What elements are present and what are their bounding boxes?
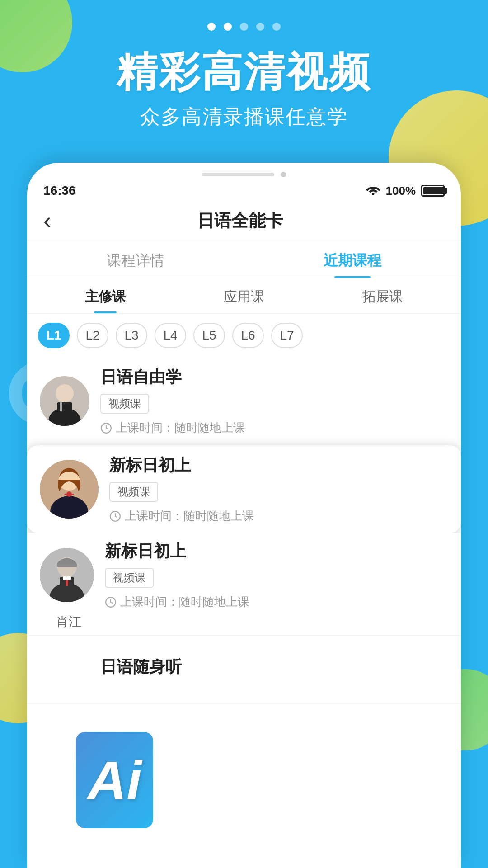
level-pill-l3[interactable]: L3 — [116, 323, 147, 348]
teacher-name-3: 肖江 — [40, 610, 81, 631]
course-item-4[interactable]: 日语随身听 — [27, 636, 461, 704]
header-section: 精彩高清视频 众多高清录播课任意学 — [0, 50, 488, 130]
back-button[interactable]: ‹ — [43, 207, 51, 234]
sub-title: 众多高清录播课任意学 — [0, 104, 488, 130]
svg-rect-17 — [63, 576, 67, 580]
svg-rect-18 — [67, 576, 71, 580]
nav-title: 日语全能卡 — [51, 209, 428, 232]
status-bar: 16:36 100% — [27, 179, 461, 201]
svg-point-2 — [56, 384, 74, 402]
nav-bar: ‹ 日语全能卡 — [27, 201, 461, 241]
pagination-dots — [0, 23, 488, 31]
level-pill-l2[interactable]: L2 — [77, 323, 108, 348]
phone-camera — [281, 172, 286, 177]
dot-2[interactable] — [224, 23, 232, 31]
sub-tab-extended[interactable]: 拓展课 — [313, 278, 452, 313]
level-pill-l5[interactable]: L5 — [193, 323, 225, 348]
course-name-3: 新标日初上 — [105, 540, 448, 562]
course-info-2: 新标日初上 视频课 上课时间：随时随地上课 — [109, 454, 448, 524]
main-title: 精彩高清视频 — [0, 50, 488, 94]
course-item-3[interactable]: 新标日初上 视频课 上课时间：随时随地上课 肖江 — [27, 533, 461, 636]
course-item-1[interactable]: 日语自由学 视频课 上课时间：随时随地上课 — [27, 357, 461, 445]
phone-chrome — [27, 163, 461, 179]
course-avatar-2 — [40, 460, 99, 519]
course-avatar-1 — [40, 376, 89, 426]
level-pill-l6[interactable]: L6 — [232, 323, 264, 348]
course-name-1: 日语自由学 — [100, 366, 448, 388]
battery-icon — [421, 185, 445, 197]
dot-1[interactable] — [207, 23, 216, 31]
battery-pct: 100% — [386, 184, 416, 198]
status-right: 100% — [366, 184, 445, 198]
dot-3[interactable] — [240, 23, 248, 31]
main-tabs: 课程详情 近期课程 — [27, 241, 461, 278]
course-item-2-elevated[interactable]: 新标日初上 视频课 上课时间：随时随地上课 — [27, 445, 461, 533]
phone-notch — [202, 173, 274, 176]
dot-4[interactable] — [256, 23, 264, 31]
level-pill-l1[interactable]: L1 — [38, 323, 70, 348]
course-tag-3: 视频课 — [105, 568, 154, 588]
course-info-1: 日语自由学 视频课 上课时间：随时随地上课 — [100, 366, 448, 436]
course-info-4: 日语随身听 — [100, 656, 448, 684]
wifi-icon — [366, 184, 380, 198]
svg-rect-5 — [60, 402, 62, 411]
course-time-3: 上课时间：随时随地上课 — [105, 594, 448, 610]
svg-point-0 — [372, 193, 374, 195]
level-pill-l7[interactable]: L7 — [271, 323, 303, 348]
course-avatar-3 — [40, 548, 94, 602]
battery-fill — [423, 187, 444, 194]
ai-badge: Ai — [76, 732, 153, 828]
course-time-2: 上课时间：随时随地上课 — [109, 508, 448, 524]
course-info-3: 新标日初上 视频课 上课时间：随时随地上课 — [105, 540, 448, 610]
tab-recent-course[interactable]: 近期课程 — [244, 241, 461, 278]
status-time: 16:36 — [43, 184, 76, 198]
course-time-1: 上课时间：随时随地上课 — [100, 420, 448, 436]
sub-tab-applied[interactable]: 应用课 — [175, 278, 314, 313]
level-pill-l4[interactable]: L4 — [155, 323, 186, 348]
course-name-4: 日语随身听 — [100, 656, 448, 678]
sub-tabs: 主修课 应用课 拓展课 — [27, 278, 461, 314]
level-pills: L1 L2 L3 L4 L5 L6 L7 — [27, 314, 461, 357]
svg-rect-4 — [57, 402, 72, 415]
sub-tab-main[interactable]: 主修课 — [36, 278, 175, 313]
course-tag-1: 视频课 — [100, 394, 149, 414]
tab-course-detail[interactable]: 课程详情 — [27, 241, 244, 278]
course-name-2: 新标日初上 — [109, 454, 448, 476]
course-tag-2: 视频课 — [109, 482, 158, 502]
dot-5[interactable] — [272, 23, 281, 31]
